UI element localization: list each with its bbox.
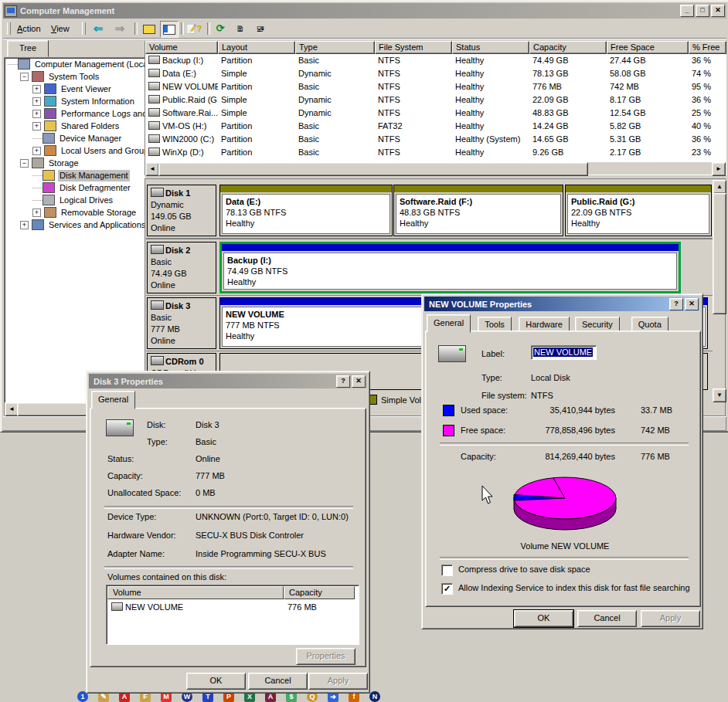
toolbar-grip-2[interactable] — [82, 22, 86, 35]
menu-action[interactable]: Action — [12, 22, 46, 35]
table-cell[interactable]: Basic — [295, 120, 375, 133]
apply-button[interactable]: Apply — [641, 610, 700, 627]
refresh-icon[interactable]: ⟳ — [212, 21, 229, 36]
tab-hardware[interactable]: Hardware — [519, 317, 570, 332]
table-cell[interactable]: 36 % — [689, 93, 726, 107]
volume-list-hscroll-thumb[interactable] — [158, 162, 588, 176]
expander-icon[interactable]: + — [20, 221, 29, 229]
close-button[interactable]: ✕ — [711, 5, 725, 17]
tree-item-logical-drives[interactable]: Logical Drives — [5, 194, 145, 206]
table-cell[interactable]: 36 % — [689, 133, 726, 146]
table-cell[interactable]: Healthy — [452, 93, 529, 107]
ok-button[interactable]: OK — [186, 673, 246, 690]
volume-region[interactable]: Data (E:)78.13 GB NTFSHealthy — [219, 185, 393, 236]
table-cell[interactable]: Dynamic — [295, 67, 375, 80]
table-cell[interactable]: Partition — [218, 146, 295, 159]
table-cell[interactable]: Backup (I:) — [145, 54, 218, 67]
table-cell[interactable]: 22.09 GB — [529, 93, 607, 107]
tree-item-system-tools[interactable]: −System Tools — [5, 70, 145, 83]
table-cell[interactable]: Basic — [295, 146, 375, 159]
column-header--free[interactable]: % Free — [689, 41, 726, 54]
tree-item-local-users-groups[interactable]: +Local Users and Groups — [5, 144, 145, 157]
table-cell[interactable]: 12.54 GB — [607, 107, 689, 120]
quick-launch-15-icon[interactable]: N — [369, 691, 380, 702]
table-cell[interactable]: Healthy — [452, 107, 529, 120]
table-cell[interactable]: Healthy — [452, 80, 529, 93]
tab-tools[interactable]: Tools — [478, 317, 512, 332]
table-cell[interactable]: 5.82 GB — [607, 120, 689, 133]
disk3-dialog-titlebar[interactable]: Disk 3 Properties ? ✕ — [89, 374, 367, 388]
column-header-free-space[interactable]: Free Space — [607, 41, 689, 54]
table-cell[interactable]: Simple — [218, 107, 295, 120]
table-cell[interactable]: Partition — [218, 80, 295, 93]
volume-label-input[interactable]: NEW VOLUME — [531, 345, 597, 360]
table-cell[interactable]: 78.13 GB — [529, 67, 607, 80]
table-cell[interactable]: Healthy — [452, 146, 529, 159]
table-cell[interactable]: 9.26 GB — [529, 146, 607, 159]
expander-icon[interactable]: + — [32, 209, 41, 217]
expander-icon[interactable]: + — [32, 122, 41, 131]
menu-view[interactable]: View — [46, 22, 74, 35]
tree-item-event-viewer[interactable]: +Event Viewer — [5, 83, 145, 95]
table-cell[interactable]: NTFS — [375, 133, 452, 146]
column-header-volume[interactable]: Volume — [107, 586, 284, 599]
table-cell[interactable]: Healthy — [452, 54, 529, 67]
table-cell[interactable]: Public.Raid (G:) — [145, 93, 218, 107]
maximize-button[interactable]: □ — [696, 5, 709, 17]
table-cell[interactable]: 95 % — [689, 80, 726, 93]
table-cell[interactable]: Dynamic — [295, 93, 375, 107]
ok-button[interactable]: OK — [514, 610, 573, 627]
table-cell[interactable]: 5.31 GB — [607, 133, 689, 146]
tree-item-disk-defragmenter[interactable]: Disk Defragmenter — [5, 181, 145, 194]
table-cell[interactable]: Basic — [295, 54, 375, 67]
table-cell[interactable]: Data (E:) — [145, 67, 218, 80]
table-cell[interactable]: 2.17 GB — [607, 146, 689, 159]
table-cell[interactable]: WIN2000 (C:) — [145, 133, 218, 146]
table-cell[interactable]: 74.49 GB — [529, 54, 607, 67]
checkbox-indexing[interactable]: ✓ — [441, 583, 453, 595]
tree-item-disk-management[interactable]: Disk Management — [5, 169, 145, 181]
table-cell[interactable]: 14.65 GB — [529, 133, 607, 146]
table-cell[interactable]: 74 % — [689, 67, 726, 80]
apply-button[interactable]: Apply — [308, 673, 368, 690]
table-cell[interactable]: Partition — [218, 54, 295, 67]
scroll-right-icon[interactable]: ► — [712, 162, 726, 176]
tree-item-storage[interactable]: −Storage — [5, 157, 145, 169]
disk-pane-vscroll-thumb[interactable] — [713, 193, 726, 314]
table-cell[interactable]: 36 % — [689, 54, 726, 67]
table-cell[interactable]: Software.Rai... — [145, 107, 218, 120]
volume-region[interactable]: Backup (I:)74.49 GB NTFSHealthy — [219, 242, 681, 293]
table-cell[interactable]: Partition — [218, 133, 295, 146]
expander-icon[interactable]: + — [32, 110, 41, 118]
table-cell[interactable]: 58.08 GB — [607, 67, 689, 80]
column-header-capacity[interactable]: Capacity — [284, 586, 355, 599]
expander-icon[interactable]: + — [32, 85, 41, 93]
table-cell[interactable]: Partition — [218, 120, 295, 133]
cancel-button[interactable]: Cancel — [248, 673, 308, 690]
expander-icon[interactable]: + — [32, 97, 41, 106]
column-header-status[interactable]: Status — [452, 41, 529, 54]
table-cell[interactable]: NTFS — [375, 54, 452, 67]
help-icon[interactable]: 📝? — [185, 21, 202, 36]
tab-general[interactable]: General — [91, 391, 135, 409]
table-cell[interactable]: Healthy — [452, 120, 529, 133]
tree-item-services-applications[interactable]: +Services and Applications — [5, 219, 145, 231]
column-header-file-system[interactable]: File System — [375, 41, 452, 54]
tree-item-computer[interactable]: Computer Management (Local) — [5, 58, 145, 70]
tree-item-system-information[interactable]: +System Information — [5, 95, 145, 107]
up-folder-icon[interactable] — [141, 21, 158, 36]
disk-header-2[interactable]: Disk 2Basic74.49 GBOnline — [147, 242, 216, 293]
table-cell[interactable]: Healthy (System) — [452, 133, 529, 146]
expander-icon[interactable]: − — [20, 159, 29, 168]
column-header-type[interactable]: Type — [295, 41, 375, 54]
table-cell[interactable]: 23 % — [689, 146, 726, 159]
table-cell[interactable]: 25 % — [689, 107, 726, 120]
tab-tree[interactable]: Tree — [7, 40, 49, 57]
tab-security[interactable]: Security — [575, 317, 620, 332]
tree-item-removable-storage[interactable]: +Removable Storage — [5, 206, 145, 219]
column-header-volume[interactable]: Volume — [145, 41, 218, 54]
table-cell[interactable]: 776 MB — [529, 80, 607, 93]
expander-icon[interactable]: + — [32, 147, 41, 155]
show-hide-console-tree-icon[interactable] — [160, 21, 179, 38]
table-cell[interactable]: 27.44 GB — [607, 54, 689, 67]
